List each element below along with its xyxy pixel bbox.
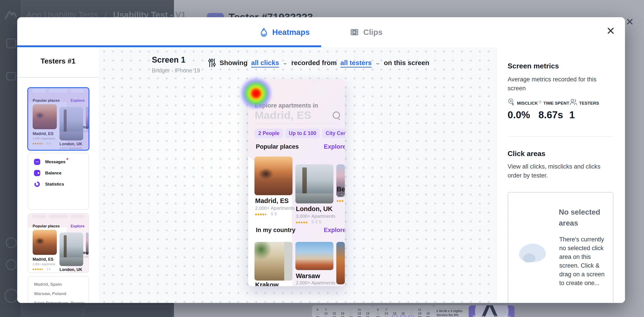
empty-state-title: No selected areas	[559, 206, 608, 228]
sidebar-settings-icon[interactable]	[6, 259, 16, 270]
mini-menu-label: Balance	[45, 170, 62, 176]
all-testers-dropdown[interactable]: all testers	[340, 59, 372, 66]
mini-menu-item: Balance	[34, 170, 62, 176]
misclick-icon	[508, 98, 515, 106]
screen-thumbnail-1[interactable]: Popular places Explore Madrid, ES 2,000+…	[27, 87, 90, 151]
heatmap-blob	[239, 77, 273, 110]
tester-badge	[207, 13, 224, 17]
metric-misclick: MISCLICK 0.0%	[508, 98, 538, 120]
mini-location-item: Madrid, Spain	[34, 282, 62, 287]
mini-menu-item: Statistics	[34, 181, 64, 187]
screen-thumbnail-4[interactable]: Madrid, Spain Warsaw, Poland Saint-Peter…	[28, 276, 89, 303]
screen-subtitle: Bridger - iPhone 19	[152, 67, 200, 74]
backdrop-card-outline	[83, 306, 174, 317]
clicks-filter-row: Showing all clicks ⌄ recorded from all t…	[208, 58, 429, 68]
mini-rating: $ $ $	[60, 272, 80, 273]
card-name: Warsaw	[296, 272, 320, 280]
card-sub: 3,000+ Apartments	[296, 214, 336, 219]
breadcrumb-section[interactable]: App Usability Tests	[26, 10, 98, 17]
screen-thumbnail-3[interactable]: Popular places Explore Madrid, ES 2,000+…	[28, 213, 89, 273]
card-price: $ $	[270, 211, 277, 216]
messages-icon	[34, 159, 40, 165]
phone-explore-link: Explore	[324, 143, 345, 150]
tab-clips[interactable]: Clips	[350, 28, 382, 37]
all-clicks-dropdown[interactable]: all clicks	[251, 59, 279, 66]
sidebar-avatar[interactable]	[4, 289, 18, 303]
tab-clips-label: Clips	[363, 28, 382, 37]
backdrop-waiting-screen: We're waiting you	[469, 306, 514, 317]
modal-close-button[interactable]: ✕	[606, 26, 615, 36]
receipt-line-label: Service fee 5%	[436, 313, 458, 317]
screen: App Usability Tests / Usability Test - V…	[0, 0, 644, 317]
filter-chips: 2 People Up to £ 100 City Centre	[255, 128, 345, 138]
card-rating: $ $ $	[296, 219, 321, 224]
mini-section-title: Popular places	[33, 224, 60, 228]
card-name: London, UK	[296, 205, 332, 212]
card-rating: $ $	[255, 211, 277, 216]
balance-icon	[34, 170, 40, 176]
tab-heatmaps[interactable]: Heatmaps	[260, 28, 310, 37]
phone-section-title: In my country	[256, 227, 296, 234]
breadcrumb-separator: /	[104, 10, 107, 17]
card-sub: 1,500	[337, 193, 345, 198]
krakow-photo	[254, 242, 292, 280]
mini-screen: Popular places Explore Madrid, ES 2,000+…	[28, 88, 88, 150]
city-photo	[336, 242, 345, 284]
testers-panel-title: Testers #1	[17, 57, 99, 65]
empty-state-body: There's currently no selected click area…	[559, 235, 605, 288]
metric-testers: TESTERS 1	[569, 98, 600, 120]
metric-value: 1	[569, 109, 600, 120]
mini-card-name: London, UK	[60, 267, 82, 272]
backdrop-topbar: App Usability Tests / Usability Test - V…	[0, 0, 644, 17]
sidebar-nav-icon[interactable]	[6, 72, 16, 80]
page-close-icon[interactable]: ✕	[626, 17, 634, 27]
chevron-down-icon[interactable]: ⌄	[375, 60, 380, 66]
backdrop-calendar-screen: 67891011121314151617181920212223242526	[372, 306, 434, 317]
blob-icon	[523, 254, 536, 262]
sidebar-nav-icon[interactable]	[6, 38, 16, 48]
metric-value: 8.67s	[538, 109, 569, 120]
card-sub: 2,000+ Apartments	[255, 206, 295, 211]
filter-showing-label: Showing	[220, 59, 248, 66]
mini-location-item: Warsaw, Poland	[34, 291, 66, 296]
mini-rating: $ $	[33, 267, 50, 271]
sliders-icon	[208, 58, 216, 68]
statistics-icon	[34, 181, 40, 187]
sidebar-help-icon[interactable]	[6, 238, 16, 248]
breadcrumb: App Usability Tests / Usability Test - V…	[26, 10, 186, 17]
screen-metrics-panel: Screen metrics Average metrics recorded …	[496, 47, 625, 303]
mini-card-name: Ber	[83, 251, 89, 255]
metrics-subtitle: Average metrics recorded for this screen	[508, 75, 604, 93]
chevron-down-icon[interactable]: ⌄	[282, 60, 288, 66]
filter-recorded-label: recorded from	[291, 59, 337, 66]
tester-page-title: Tester #71932223	[228, 11, 313, 17]
screen-title: Screen 1	[152, 55, 185, 64]
waiting-text: We're waiting you	[469, 314, 514, 317]
chip-people: 2 People	[255, 128, 283, 138]
card-rating	[337, 199, 344, 203]
chip-price: Up to £ 100	[285, 128, 320, 138]
mini-menu-item: Messages	[34, 159, 66, 165]
notification-dot	[66, 158, 68, 160]
phone-explore-link: Explore	[324, 227, 345, 234]
screen-thumbnail-2[interactable]: Messages Balance Statistics	[28, 153, 89, 210]
heatmaps-modal: Heatmaps Clips ✕ Testers #1	[17, 17, 625, 303]
breadcrumb-current: Usability Test - V1	[113, 10, 186, 17]
metric-label: TIME SPENT	[544, 101, 569, 106]
mini-card-name: Madrid, ES	[33, 257, 54, 262]
mini-card-sub: 2,000+ Apartments	[33, 263, 55, 266]
panel-divider	[508, 136, 613, 136]
madrid-photo	[254, 156, 292, 195]
flame-icon	[260, 28, 268, 37]
phone-screenshot[interactable]: Explore apartments in Madrid, ES 2 Peopl…	[248, 79, 345, 286]
metrics-title: Screen metrics	[508, 62, 559, 70]
heatmap-canvas[interactable]: Screen 1 Bridger - iPhone 19 Showing all…	[99, 47, 496, 303]
clips-icon	[350, 28, 359, 37]
testers-panel: Testers #1 Popular places Explore Madrid…	[17, 47, 99, 303]
thumbnail-tint-overlay	[28, 88, 88, 150]
click-areas-subtitle: View all clicks, misclicks and clicks or…	[508, 162, 610, 180]
chip-area: City Centre	[322, 128, 345, 138]
mini-menu-label: Statistics	[45, 182, 64, 187]
card-name: Madrid, ES	[255, 197, 289, 204]
panel-divider	[17, 77, 99, 78]
